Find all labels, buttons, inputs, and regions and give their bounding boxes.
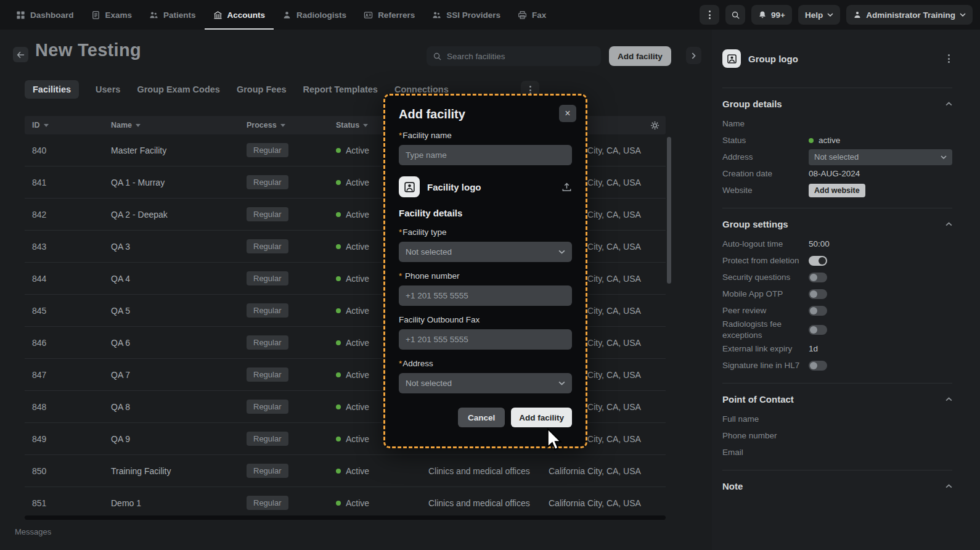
- status-dot: [336, 437, 341, 441]
- tab-group-exam-codes[interactable]: Group Exam Codes: [137, 84, 220, 94]
- tab-group-fees[interactable]: Group Fees: [237, 84, 287, 94]
- modal-actions: Cancel Add facility: [399, 408, 572, 427]
- tab-users[interactable]: Users: [96, 84, 120, 94]
- detail-row-website: Website Add website: [722, 182, 952, 199]
- nav-ssi-providers[interactable]: SSI Providers: [423, 0, 509, 30]
- nav-label: SSI Providers: [446, 10, 500, 20]
- tab-report-templates[interactable]: Report Templates: [303, 84, 378, 94]
- dashboard-icon: [16, 10, 25, 20]
- status-dot: [336, 308, 341, 313]
- panel-kebab-button[interactable]: [945, 52, 952, 65]
- cell-status: Active: [336, 466, 428, 476]
- horizontal-scrollbar[interactable]: [25, 515, 666, 520]
- cell-type: Clinics and medical offices: [428, 498, 549, 508]
- facility-type-select[interactable]: Not selected: [399, 242, 572, 262]
- required-asterisk: *: [399, 228, 402, 237]
- submit-add-facility-button[interactable]: Add facility: [511, 408, 572, 427]
- upload-icon[interactable]: [561, 182, 572, 192]
- help-label: Help: [805, 10, 823, 20]
- phone-number-input[interactable]: [399, 285, 572, 306]
- detail-row-name: Name: [722, 115, 952, 132]
- add-facility-button[interactable]: Add facility: [609, 46, 671, 66]
- nav-fax[interactable]: Fax: [509, 0, 555, 30]
- cell-status: Active: [336, 498, 428, 508]
- nav-search-button[interactable]: [725, 5, 745, 25]
- address-select[interactable]: Not selected: [809, 149, 952, 165]
- process-badge: Regular: [247, 367, 288, 382]
- outbound-fax-input[interactable]: [399, 329, 572, 350]
- cell-address: California City, CA, USA: [549, 498, 666, 508]
- cell-id: 844: [32, 274, 111, 284]
- cell-process: Regular: [247, 432, 336, 446]
- setting-row-protect-deletion: Protect from deletion: [722, 252, 952, 269]
- search-icon: [433, 52, 442, 61]
- header-process[interactable]: Process: [247, 121, 336, 129]
- peer-review-toggle[interactable]: [809, 306, 827, 316]
- notifications-badge: 99+: [771, 10, 785, 20]
- cell-process: Regular: [247, 400, 336, 414]
- nav-right-cluster: 99+ Help Administrator Training: [700, 5, 973, 25]
- messages-link[interactable]: Messages: [15, 527, 51, 536]
- notifications-button[interactable]: 99+: [751, 5, 792, 25]
- cell-address: California City, CA, USA: [549, 466, 666, 476]
- chevron-up-icon: [945, 102, 952, 106]
- cell-id: 841: [32, 178, 111, 187]
- table-row[interactable]: 851 Demo 1 Regular Active Clinics and me…: [25, 487, 666, 519]
- setting-row-fee-exceptions: Radiologists fee exceptions: [722, 319, 952, 340]
- nav-label: Referrers: [378, 10, 415, 20]
- section-header[interactable]: Note: [722, 478, 952, 498]
- tab-facilities[interactable]: Facilities: [25, 80, 79, 99]
- address-select[interactable]: Not selected: [399, 373, 572, 393]
- security-questions-toggle[interactable]: [809, 273, 827, 282]
- cell-id: 840: [32, 146, 111, 155]
- facilities-search[interactable]: [427, 46, 601, 66]
- search-input[interactable]: [447, 52, 595, 61]
- sort-caret-icon: [44, 124, 49, 127]
- facility-logo-label: Facility logo: [427, 182, 554, 192]
- nav-label: Fax: [532, 10, 546, 20]
- cell-name: QA 1 - Murray: [111, 178, 247, 187]
- nav-dashboard[interactable]: Dashboard: [7, 0, 83, 30]
- section-header[interactable]: Group details: [722, 96, 952, 115]
- help-button[interactable]: Help: [798, 5, 840, 25]
- table-settings-button[interactable]: [650, 121, 659, 130]
- mobile-otp-toggle[interactable]: [809, 289, 827, 299]
- nav-radiologists[interactable]: Radiologists: [274, 0, 355, 30]
- hl7-signature-toggle[interactable]: [809, 361, 827, 371]
- fee-exceptions-toggle[interactable]: [809, 325, 827, 335]
- cell-name: QA 9: [111, 434, 247, 444]
- bell-icon: [758, 10, 767, 19]
- nav-accounts[interactable]: Accounts: [205, 0, 274, 30]
- nav-referrers[interactable]: Referrers: [355, 0, 423, 30]
- setting-row-peer-review: Peer review: [722, 302, 952, 319]
- cancel-button[interactable]: Cancel: [458, 408, 505, 427]
- fax-icon: [518, 10, 527, 20]
- section-header[interactable]: Group settings: [722, 216, 952, 236]
- section-group-details: Group details Name Status active Address…: [722, 88, 952, 208]
- protect-deletion-toggle[interactable]: [809, 256, 827, 266]
- panel-title: Group logo: [748, 54, 938, 64]
- table-row[interactable]: 850 Training Facility Regular Active Cli…: [25, 455, 666, 487]
- header-id[interactable]: ID: [32, 121, 111, 129]
- tab-connections[interactable]: Connections: [394, 84, 449, 94]
- nav-exams[interactable]: Exams: [83, 0, 141, 30]
- header-name[interactable]: Name: [111, 121, 247, 129]
- user-menu-button[interactable]: Administrator Training: [846, 5, 973, 25]
- panel-collapse-button[interactable]: [686, 47, 701, 64]
- back-button[interactable]: [13, 47, 28, 62]
- poc-row-phone: Phone number: [722, 427, 952, 444]
- facility-name-input[interactable]: [399, 145, 572, 165]
- address-label: *Address: [399, 359, 572, 368]
- vertical-scrollbar[interactable]: [667, 137, 671, 284]
- close-icon[interactable]: ×: [559, 105, 576, 122]
- nav-label: Exams: [105, 10, 133, 20]
- process-badge: Regular: [247, 496, 288, 510]
- nav-patients[interactable]: Patients: [141, 0, 205, 30]
- cell-process: Regular: [247, 335, 336, 350]
- nav-kebab-button[interactable]: [700, 5, 719, 25]
- add-website-button[interactable]: Add website: [809, 184, 865, 197]
- status-dot: [336, 501, 341, 506]
- chevron-down-icon: [941, 155, 947, 159]
- section-header[interactable]: Point of Contact: [722, 392, 952, 411]
- search-icon: [731, 10, 740, 20]
